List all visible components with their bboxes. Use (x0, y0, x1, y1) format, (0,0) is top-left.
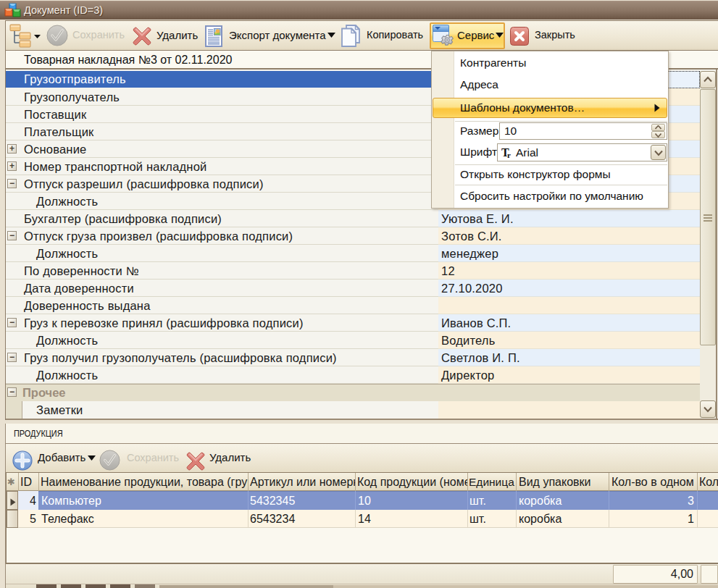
svg-text:r: r (507, 151, 511, 159)
